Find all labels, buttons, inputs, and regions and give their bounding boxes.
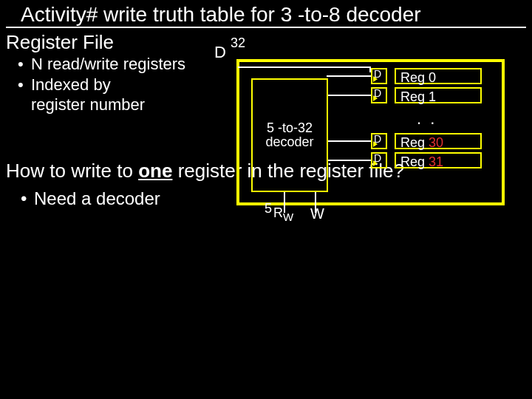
wire <box>327 95 371 96</box>
register-cell: Reg 31 <box>395 152 482 168</box>
regfile-box: 5 -to-32 decoder D D D D Reg 0 Reg 1 . .… <box>236 59 505 205</box>
bullet-item: Indexed by <box>31 75 111 94</box>
decoder-block: 5 -to-32 decoder <box>251 78 328 192</box>
reg-index: 30 <box>429 135 443 150</box>
w-enable-label: W <box>310 205 324 222</box>
bullet-item: register number <box>31 95 145 114</box>
rw-label: RW <box>273 205 293 223</box>
d-input-label: D <box>214 43 226 62</box>
decoder-label-2: decoder <box>253 135 327 149</box>
emphasis-one: one <box>138 160 172 182</box>
section-heading: Register File <box>0 28 532 54</box>
rw-bus-width: 5 <box>265 201 272 216</box>
wire <box>327 75 371 77</box>
register-cell: Reg 0 <box>395 68 482 84</box>
wire <box>238 66 371 68</box>
wire <box>327 140 371 142</box>
dff-icon: D <box>371 133 387 149</box>
register-cell: Reg 1 <box>395 87 482 103</box>
ellipsis: . . <box>417 109 437 129</box>
wire <box>327 160 371 161</box>
decoder-label-1: 5 -to-32 <box>253 121 327 135</box>
reg-index: 31 <box>429 154 443 169</box>
d-bus-width: 32 <box>231 35 245 51</box>
bullet-item: N read/write registers <box>31 55 185 73</box>
dff-icon: D <box>371 68 387 84</box>
dff-icon: D <box>371 152 387 168</box>
dff-icon: D <box>371 87 387 103</box>
slide-title: Activity# write truth table for 3 -to-8 … <box>6 0 526 28</box>
register-cell: Reg 30 <box>395 133 482 149</box>
register-file-diagram: D 32 5 -to-32 decoder D D D D Reg 0 Reg … <box>236 59 517 214</box>
